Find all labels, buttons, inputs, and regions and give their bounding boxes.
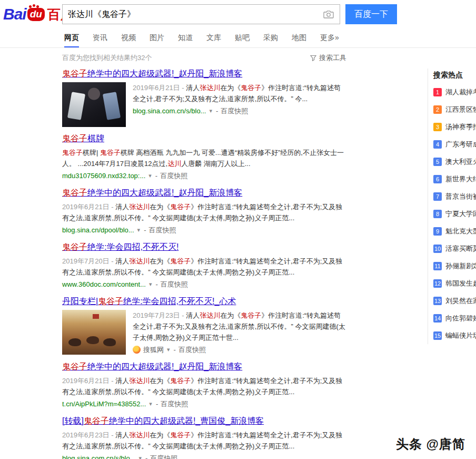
baidu-snapshot-link[interactable]: 百度快照 — [221, 105, 248, 116]
hot-item-5[interactable]: 5 澳大利亚火 — [433, 153, 476, 170]
hot-item-label: 汤神赛季报 — [445, 122, 476, 132]
hot-item-6[interactable]: 6 新世界大结 — [433, 170, 476, 188]
hot-item-12[interactable]: 12 韩国发生超 — [433, 275, 476, 292]
result-title-link[interactable]: 鬼谷子棋牌 — [62, 134, 104, 143]
result-body: 2019年7月23日 - 清人张达川在为《鬼谷子》作注时言道:“转丸篇述苟全之计… — [62, 310, 346, 355]
result-snippet-block: 2019年7月20日 - 清人张达川在为《鬼谷子》作注时言道:“转丸篇述苟全之计… — [62, 256, 346, 278]
source-dropdown-icon[interactable]: ▾ — [149, 398, 152, 409]
search-tools-button[interactable]: 搜索工具 — [310, 53, 346, 63]
tab-wenku[interactable]: 文库 — [206, 28, 221, 47]
tab-caigou[interactable]: 采购 — [263, 28, 278, 47]
source-dropdown-icon[interactable]: ▾ — [167, 344, 170, 355]
result-source-link[interactable]: blog.sina.com.cn/s/blo... — [62, 453, 135, 459]
search-bar: 百度一下 — [62, 4, 397, 24]
baidu-logo[interactable]: Bai du 百度 — [3, 5, 62, 23]
camera-icon[interactable] — [323, 10, 334, 18]
tab-more[interactable]: 更多» — [320, 28, 339, 47]
hot-item-2[interactable]: 2 江西景区恢 — [433, 101, 476, 118]
result-title-link[interactable]: 鬼谷子绝学中的四大超级武器!_赵丹阳_新浪博客 — [62, 362, 242, 371]
tab-web[interactable]: 网页 — [64, 28, 79, 47]
tab-news[interactable]: 资讯 — [93, 28, 107, 47]
hot-item-15[interactable]: 15 蝙蝠侠片场 — [433, 327, 476, 344]
result-source-link[interactable]: www.360doc.com/content... — [62, 279, 146, 290]
search-result: 鬼谷子绝学:学会四招,不死不灭! 2019年7月20日 - 清人张达川在为《鬼谷… — [62, 241, 346, 290]
result-date: 2019年6月21日 - — [62, 377, 115, 385]
highlight-keyword: 鬼谷子 — [62, 188, 87, 197]
result-snippet-block: 2019年6月21日 - 清人张达川在为《鬼谷子》作注时言道:“转丸篇述苟全之计… — [133, 82, 346, 104]
baidu-snapshot-link[interactable]: 百度快照 — [161, 279, 188, 290]
source-dropdown-icon[interactable]: ▾ — [148, 170, 152, 181]
tab-zhidao[interactable]: 知道 — [178, 28, 193, 47]
result-thumbnail[interactable] — [62, 310, 126, 355]
hot-item-label: 澳大利亚火 — [445, 157, 476, 167]
result-source-link[interactable]: 搜狐网 — [143, 344, 164, 355]
text-segment: 棋牌| — [83, 149, 100, 157]
result-date: 2019年7月23日 - — [133, 311, 186, 319]
sohu-icon — [133, 346, 141, 354]
hot-rank-badge: 7 — [433, 192, 442, 201]
result-title-link[interactable]: 鬼谷子绝学中的四大超级武器!_赵丹阳_新浪博客 — [62, 188, 242, 197]
tab-map[interactable]: 地图 — [292, 28, 306, 47]
result-title-link[interactable]: 鬼谷子绝学中的四大超级武器!_赵丹阳_新浪博客 — [62, 69, 242, 78]
filter-icon — [310, 55, 316, 61]
result-source-link[interactable]: blog.sina.cn/dpool/blo... — [62, 224, 134, 236]
search-input[interactable] — [62, 4, 340, 24]
search-button[interactable]: 百度一下 — [345, 4, 397, 24]
hot-item-11[interactable]: 11 孙俪新剧定 — [433, 257, 476, 275]
text-segment: 在为《 — [220, 311, 241, 319]
hot-item-9[interactable]: 9 魁北克大型 — [433, 222, 476, 240]
hot-item-7[interactable]: 7 普京当街被 — [433, 188, 476, 205]
text-segment: 在为《 — [150, 203, 170, 211]
result-title: 鬼谷子绝学:学会四招,不死不灭! — [62, 241, 346, 253]
hot-item-1[interactable]: 1 湖人裁掉考 — [433, 83, 476, 101]
baidu-snapshot-link[interactable]: 百度快照 — [160, 170, 187, 181]
source-dropdown-icon[interactable]: ▾ — [149, 279, 152, 290]
tab-video[interactable]: 视频 — [121, 28, 136, 47]
hot-rank-badge: 1 — [433, 88, 442, 96]
highlight-keyword: 鬼谷子 — [170, 377, 191, 385]
baidu-snapshot-link[interactable]: 百度快照 — [148, 224, 176, 236]
result-title: [转载]鬼谷子绝学中的四大超级武器!_曹国俊_新浪博客 — [62, 415, 346, 427]
hot-item-10[interactable]: 10 活塞买断莫 — [433, 240, 476, 257]
source-separator: - — [155, 170, 157, 181]
baidu-snapshot-link[interactable]: 百度快照 — [161, 398, 188, 409]
hot-item-8[interactable]: 8 宁夏大学回 — [433, 205, 476, 222]
result-source-link[interactable]: blog.sina.com.cn/s/blo... — [133, 105, 206, 116]
search-result: 鬼谷子棋牌 鬼谷子棋牌| 鬼谷子棋牌 高档酒瓶 九九加一九 可爱...遭遇“精装… — [62, 133, 346, 181]
result-thumbnail[interactable] — [62, 82, 126, 127]
baidu-snapshot-link[interactable]: 百度快照 — [178, 344, 206, 355]
source-dropdown-icon[interactable]: ▾ — [137, 224, 141, 236]
hot-item-4[interactable]: 4 广东考研成 — [433, 135, 476, 153]
text-segment: 绝学:学会四招,不死不灭!_心术 — [123, 297, 236, 306]
result-snippet-block: 2019年6月23日 - 清人张达川在为《鬼谷子》作注时言道:“转丸篇述苟全之计… — [62, 429, 346, 452]
search-result: [转载]鬼谷子绝学中的四大超级武器!_曹国俊_新浪博客 2019年6月23日 -… — [62, 415, 346, 459]
highlight-keyword: 鬼谷子 — [241, 311, 261, 319]
result-title-link[interactable]: [转载]鬼谷子绝学中的四大超级武器!_曹国俊_新浪博客 — [62, 416, 264, 425]
hot-item-13[interactable]: 13 刘昊然在家 — [433, 292, 476, 309]
logo-text-du: du — [30, 8, 42, 19]
result-date: 2019年6月21日 - — [133, 84, 186, 92]
result-snippet-block: 2019年6月21日 - 清人张达川在为《鬼谷子》作注时言道:“转丸篇述苟全之计… — [62, 201, 346, 223]
hot-item-3[interactable]: 3 汤神赛季报 — [433, 118, 476, 135]
text-segment: [转载] — [62, 416, 84, 425]
result-title-link[interactable]: 丹阳专栏|鬼谷子绝学:学会四招,不死不灭!_心术 — [62, 297, 236, 306]
source-dropdown-icon[interactable]: ▾ — [138, 453, 142, 459]
hot-item-label: 刘昊然在家 — [445, 296, 476, 306]
hot-rank-badge: 8 — [433, 210, 442, 218]
highlight-keyword: 张达川 — [129, 431, 150, 439]
result-title: 鬼谷子绝学中的四大超级武器!_赵丹阳_新浪博客 — [62, 187, 346, 199]
hot-item-label: 韩国发生超 — [445, 279, 476, 288]
result-source-link[interactable]: t.cn/AipPkLiM?m=438552... — [62, 398, 146, 409]
hot-item-label: 宁夏大学回 — [445, 209, 476, 219]
hot-item-label: 向佐郭碧婷 — [445, 314, 476, 323]
result-source-link[interactable]: mdu31075609.nxd32.top:... — [62, 170, 145, 181]
result-title-link[interactable]: 鬼谷子绝学:学会四招,不死不灭! — [62, 242, 178, 251]
baidu-snapshot-link[interactable]: 百度快照 — [150, 453, 177, 459]
tab-pictures[interactable]: 图片 — [150, 28, 164, 47]
tab-tieba[interactable]: 贴吧 — [235, 28, 250, 47]
hot-item-14[interactable]: 14 向佐郭碧婷 — [433, 309, 476, 327]
text-segment: 清人 — [186, 311, 200, 319]
result-title: 鬼谷子棋牌 — [62, 133, 346, 144]
text-segment: 清人 — [115, 203, 129, 211]
source-dropdown-icon[interactable]: ▾ — [209, 105, 212, 116]
